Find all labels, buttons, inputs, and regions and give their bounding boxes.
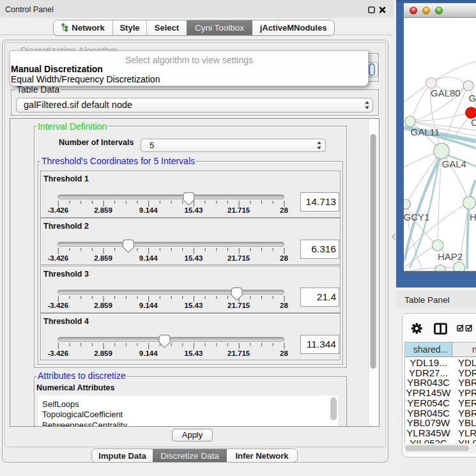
svg-text:GAL11: GAL11 (411, 127, 440, 137)
svg-text:GAL4: GAL4 (469, 93, 476, 104)
svg-text:HIS4: HIS4 (470, 211, 476, 222)
svg-text:CYC1: CYC1 (471, 117, 476, 128)
svg-text:HAP2: HAP2 (438, 251, 463, 262)
svg-text:GAL4: GAL4 (442, 158, 466, 169)
svg-text:GAL80: GAL80 (431, 88, 461, 98)
svg-text:GCY1: GCY1 (404, 211, 429, 222)
